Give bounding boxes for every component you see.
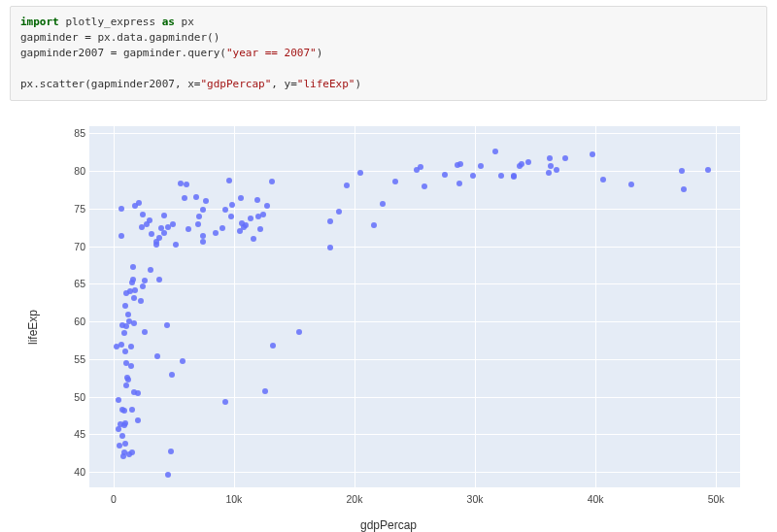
data-point[interactable]: [270, 343, 276, 349]
data-point[interactable]: [148, 267, 153, 273]
data-point[interactable]: [118, 342, 124, 348]
data-point[interactable]: [147, 217, 152, 223]
data-point[interactable]: [196, 214, 202, 219]
data-point[interactable]: [442, 172, 448, 178]
data-point[interactable]: [128, 363, 134, 369]
data-point[interactable]: [118, 233, 124, 239]
plot-area[interactable]: [89, 126, 740, 487]
data-point[interactable]: [344, 183, 350, 188]
data-point[interactable]: [422, 183, 427, 189]
data-point[interactable]: [414, 167, 420, 173]
data-point[interactable]: [371, 222, 377, 228]
data-point[interactable]: [123, 290, 129, 296]
data-point[interactable]: [357, 170, 363, 176]
data-point[interactable]: [200, 233, 206, 239]
data-point[interactable]: [121, 422, 127, 428]
data-point[interactable]: [470, 173, 476, 179]
data-point[interactable]: [336, 209, 342, 215]
data-point[interactable]: [238, 195, 244, 201]
data-point[interactable]: [156, 277, 162, 283]
data-point[interactable]: [123, 382, 129, 388]
data-point[interactable]: [149, 231, 154, 237]
data-point[interactable]: [200, 239, 206, 245]
data-point[interactable]: [519, 161, 524, 167]
data-point[interactable]: [222, 207, 228, 213]
data-point[interactable]: [121, 330, 127, 336]
data-point[interactable]: [165, 472, 171, 478]
data-point[interactable]: [251, 236, 256, 242]
data-point[interactable]: [178, 181, 184, 186]
data-point[interactable]: [130, 264, 136, 270]
data-point[interactable]: [628, 182, 634, 187]
data-point[interactable]: [327, 245, 333, 250]
data-point[interactable]: [161, 213, 167, 218]
data-point[interactable]: [254, 197, 260, 203]
data-point[interactable]: [135, 417, 141, 423]
data-point[interactable]: [296, 329, 302, 335]
data-point[interactable]: [222, 399, 228, 405]
data-point[interactable]: [186, 226, 191, 232]
scatter-chart[interactable]: lifeExp gdpPercap 010k20k30k40k50k404550…: [27, 118, 750, 532]
data-point[interactable]: [241, 224, 247, 230]
data-point[interactable]: [248, 216, 253, 221]
data-point[interactable]: [547, 155, 553, 161]
data-point[interactable]: [546, 170, 552, 176]
data-point[interactable]: [260, 212, 266, 217]
data-point[interactable]: [380, 201, 386, 207]
data-point[interactable]: [124, 375, 130, 381]
data-point[interactable]: [156, 235, 162, 241]
data-point[interactable]: [161, 230, 167, 236]
data-point[interactable]: [456, 181, 462, 186]
data-point[interactable]: [140, 283, 146, 289]
data-point[interactable]: [132, 203, 138, 209]
data-point[interactable]: [116, 397, 121, 403]
data-point[interactable]: [123, 323, 129, 329]
data-point[interactable]: [123, 360, 129, 366]
data-point[interactable]: [213, 230, 219, 236]
data-point[interactable]: [679, 168, 685, 174]
data-point[interactable]: [182, 195, 187, 201]
data-point[interactable]: [229, 202, 235, 208]
data-point[interactable]: [184, 182, 189, 187]
data-point[interactable]: [478, 163, 484, 169]
data-point[interactable]: [140, 212, 146, 217]
data-point[interactable]: [164, 322, 170, 328]
data-point[interactable]: [525, 159, 531, 165]
data-point[interactable]: [122, 303, 128, 309]
data-point[interactable]: [327, 218, 333, 224]
data-point[interactable]: [228, 214, 234, 219]
data-point[interactable]: [142, 329, 148, 335]
data-point[interactable]: [116, 426, 121, 432]
data-point[interactable]: [600, 177, 606, 183]
data-point[interactable]: [562, 155, 568, 161]
data-point[interactable]: [203, 198, 209, 204]
data-point[interactable]: [117, 443, 122, 449]
data-point[interactable]: [392, 179, 398, 184]
data-point[interactable]: [226, 178, 232, 183]
data-point[interactable]: [122, 441, 128, 447]
data-point[interactable]: [125, 312, 131, 317]
data-point[interactable]: [705, 167, 711, 173]
data-point[interactable]: [457, 161, 463, 167]
data-point[interactable]: [492, 149, 498, 154]
data-point[interactable]: [590, 151, 595, 157]
data-point[interactable]: [220, 225, 225, 231]
data-point[interactable]: [131, 295, 137, 301]
data-point[interactable]: [168, 449, 174, 454]
data-point[interactable]: [142, 278, 148, 283]
data-point[interactable]: [195, 221, 201, 227]
data-point[interactable]: [511, 173, 517, 179]
data-point[interactable]: [269, 179, 275, 184]
data-point[interactable]: [132, 287, 138, 293]
data-point[interactable]: [126, 451, 132, 457]
data-point[interactable]: [122, 349, 128, 354]
data-point[interactable]: [129, 407, 135, 413]
data-point[interactable]: [138, 298, 144, 304]
data-point[interactable]: [128, 344, 134, 349]
data-point[interactable]: [180, 358, 186, 364]
data-point[interactable]: [498, 173, 504, 179]
data-point[interactable]: [200, 207, 206, 213]
data-point[interactable]: [119, 433, 125, 439]
data-point[interactable]: [118, 206, 124, 212]
data-point[interactable]: [131, 389, 137, 395]
